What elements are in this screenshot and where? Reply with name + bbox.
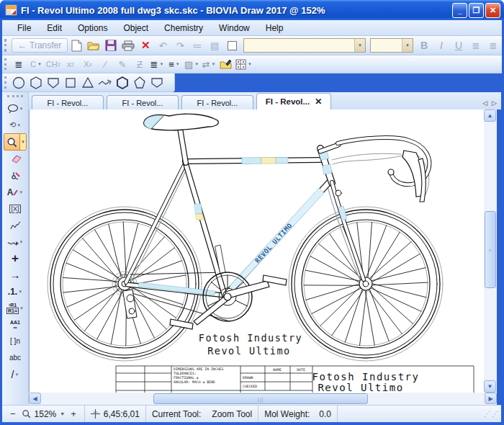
slant-button[interactable]: ⁄: [97, 56, 113, 72]
vertical-scrollbar[interactable]: ▲ ≡ ▼: [484, 109, 497, 393]
scroll-up-button[interactable]: ▲: [484, 109, 496, 122]
lasso-select-tool[interactable]: ▼: [2, 100, 28, 117]
menu-help[interactable]: Help: [258, 22, 292, 35]
shield-ring-button[interactable]: [149, 75, 165, 91]
ch2-icon: CH: [46, 60, 58, 68]
open-file-button[interactable]: [86, 37, 102, 53]
z-pencil-button[interactable]: Ƶ: [132, 56, 148, 72]
tab-document-4-active[interactable]: FI - Revol... ✕: [256, 93, 331, 109]
wavy-arrow-tool[interactable]: ▼: [2, 233, 28, 250]
benzene-ring-button[interactable]: [11, 75, 27, 91]
handlebar: [332, 138, 429, 202]
cyclopropane-button[interactable]: [80, 75, 96, 91]
aromatic-ring-button[interactable]: [114, 75, 130, 91]
magnifier-icon: [6, 137, 17, 148]
menu-window[interactable]: Window: [211, 22, 258, 35]
print-button[interactable]: [120, 37, 136, 53]
toolbar-grip[interactable]: [4, 58, 6, 71]
line-width-button[interactable]: ≡▼: [166, 56, 182, 72]
draw-pencil-button[interactable]: ✎: [114, 56, 130, 72]
sidebar-grip[interactable]: [7, 95, 23, 97]
menu-edit[interactable]: Edit: [39, 22, 70, 35]
cyclobutane-button[interactable]: [63, 75, 78, 91]
menu-options[interactable]: Options: [70, 22, 115, 35]
toolbar-grip[interactable]: [4, 76, 6, 89]
cyclopentadiene-button[interactable]: [132, 75, 148, 91]
menu-chemistry[interactable]: Chemistry: [156, 22, 211, 35]
atom-label-button[interactable]: C▼: [28, 56, 44, 72]
close-button[interactable]: ✕: [485, 3, 500, 18]
font-family-combo[interactable]: ▼: [243, 38, 366, 53]
chain-button[interactable]: [97, 75, 113, 91]
paste-special-button[interactable]: ≔: [189, 37, 205, 53]
save-button[interactable]: [103, 37, 119, 53]
superscript-button[interactable]: x2: [63, 56, 78, 72]
scroll-down-button[interactable]: ▼: [484, 380, 496, 393]
redo-button[interactable]: ↷: [172, 37, 188, 53]
tab-scroll-left-icon[interactable]: ◁: [482, 99, 487, 107]
minimize-button[interactable]: _: [452, 3, 467, 18]
combo-dropdown-icon[interactable]: ▼: [354, 39, 365, 52]
toolbar-grip[interactable]: [4, 39, 6, 52]
font-size-combo[interactable]: ▼: [370, 38, 413, 53]
zoom-out-button[interactable]: −: [8, 408, 18, 419]
model-label: Revol Ultimo: [207, 345, 291, 357]
menu-file[interactable]: File: [9, 22, 39, 35]
scroll-left-button[interactable]: ◀: [29, 393, 41, 404]
new-document-button[interactable]: [68, 37, 84, 53]
align-right-button[interactable]: ≣: [485, 37, 501, 53]
zoom-dropdown-icon[interactable]: ▼: [60, 411, 65, 416]
template-library-button[interactable]: [218, 56, 234, 72]
atom-map-tool[interactable]: .1. ▼: [2, 283, 28, 300]
atom-align-button[interactable]: ≣: [11, 56, 27, 72]
cyclohexane-button[interactable]: [28, 75, 44, 91]
bracket-tool[interactable]: [ ]n: [2, 333, 28, 349]
zoom-tool-dropdown[interactable]: ▼: [19, 134, 26, 150]
zoom-tool-selected[interactable]: ▼: [4, 133, 27, 151]
tab-scroll-right-icon[interactable]: ▷: [492, 99, 497, 107]
subscript-button[interactable]: Xz: [80, 56, 96, 72]
italic-button[interactable]: I: [433, 37, 449, 53]
align-left-button[interactable]: ≣: [468, 37, 484, 53]
hatch-fill-button[interactable]: ▨▼: [184, 56, 199, 72]
horizontal-scroll-thumb[interactable]: |||: [153, 393, 368, 404]
menu-object[interactable]: Object: [115, 22, 156, 35]
numbering-button[interactable]: ▼: [235, 56, 252, 72]
sequence-tool[interactable]: AA1 ∞: [2, 316, 28, 333]
undo-button[interactable]: ↶: [155, 37, 171, 53]
bold-button[interactable]: B: [416, 37, 432, 53]
restore-button[interactable]: ❐: [469, 3, 484, 18]
text-tool[interactable]: abc: [2, 349, 28, 366]
eraser-tool[interactable]: [2, 151, 28, 167]
rotate-tool[interactable]: ⟲ ▼: [2, 117, 28, 133]
color-swatch[interactable]: [228, 41, 237, 50]
vertical-scroll-thumb[interactable]: ≡: [485, 211, 496, 288]
plus-charge-tool[interactable]: +: [2, 250, 28, 267]
arrow-style-button[interactable]: ⇄▼: [201, 56, 217, 72]
atom-draw-tool[interactable]: [2, 167, 28, 184]
spring-chain-tool[interactable]: [2, 217, 28, 233]
underline-button[interactable]: U: [451, 37, 467, 53]
resize-grip[interactable]: ⋰⋰: [484, 410, 500, 418]
tab-close-icon[interactable]: ✕: [315, 97, 322, 107]
horizontal-scrollbar[interactable]: ◀ ||| ▶: [29, 393, 497, 405]
scroll-right-button[interactable]: ▶: [485, 393, 497, 404]
delete-button[interactable]: ✕: [138, 37, 153, 53]
atom-text-tool[interactable]: A ▼: [2, 184, 28, 200]
ch2-button[interactable]: CH2: [45, 56, 61, 72]
tb-company: Fotosh Industry: [312, 371, 420, 382]
tab-document-1[interactable]: FI - Revol...: [32, 95, 104, 109]
transfer-button[interactable]: ← Transfer: [12, 38, 68, 53]
bond-style-button[interactable]: ≣▼: [149, 56, 165, 72]
drawing-canvas[interactable]: REVOL ULTIMO: [29, 109, 484, 393]
single-bond-tool[interactable]: / ▼: [2, 366, 28, 382]
combo-dropdown-icon2[interactable]: ▼: [402, 39, 413, 52]
zoom-in-button[interactable]: +: [68, 408, 78, 419]
rgroup-tool[interactable]: ›R1 R1= ▼: [2, 300, 28, 316]
tab-document-2[interactable]: FI - Revol...: [107, 95, 179, 109]
reaction-arrow-tool[interactable]: →: [2, 267, 28, 283]
tab-document-3[interactable]: FI - Revol...: [181, 95, 253, 109]
layout-button[interactable]: ▤: [207, 37, 222, 53]
cyclopentane-button[interactable]: [45, 75, 61, 91]
query-box-tool[interactable]: [X]: [2, 200, 28, 217]
